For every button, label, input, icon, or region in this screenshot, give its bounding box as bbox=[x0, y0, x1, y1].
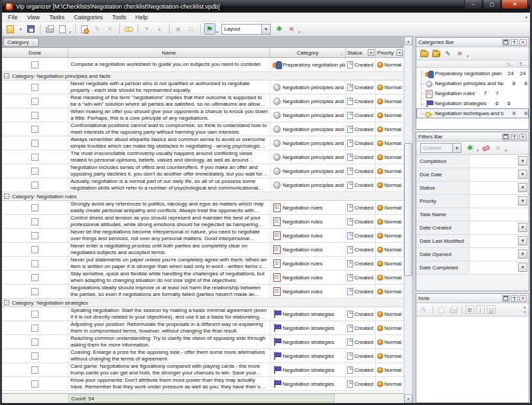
delete-task-icon[interactable]: ✕ bbox=[104, 23, 116, 35]
edit-category-icon[interactable]: ✎ bbox=[443, 49, 453, 59]
category-tree-item[interactable]: Negotiation principles and facts88 bbox=[416, 78, 529, 88]
print-overflow-icon[interactable]: ▾ bbox=[69, 30, 71, 34]
task-row[interactable]: The most irreconcilable controversy usua… bbox=[2, 150, 404, 164]
layout-flag-overflow-icon[interactable]: ▾ bbox=[217, 30, 219, 34]
category-tree-item[interactable]: Preparatory negotiation plan2424 bbox=[416, 68, 529, 78]
panel-pin-icon[interactable] bbox=[511, 134, 518, 140]
minimize-button[interactable]: ─ bbox=[464, 0, 482, 9]
done-checkbox[interactable] bbox=[31, 288, 39, 295]
collapse-group-icon[interactable]: − bbox=[4, 300, 9, 305]
task-row[interactable]: Never let the negotiations become interp… bbox=[2, 229, 404, 243]
task-row[interactable]: Real meaning of the term "negotiations" … bbox=[2, 94, 404, 108]
filters-toolbar-overflow-icon[interactable]: ▾ bbox=[505, 148, 507, 152]
filter-dropdown-icon[interactable]: ▼ bbox=[518, 249, 527, 259]
new-subcategory-icon[interactable]: + bbox=[431, 49, 441, 59]
move-down-icon[interactable]: ▼ bbox=[142, 23, 153, 35]
layout-flag-icon[interactable]: ⚑ bbox=[204, 23, 215, 35]
column-header-category[interactable]: Category△ bbox=[270, 48, 346, 57]
collapse-all-icon[interactable]: ▢ bbox=[186, 23, 197, 35]
task-row[interactable]: Coaxing: Enlarge a prize for the opposin… bbox=[2, 349, 404, 363]
done-checkbox[interactable] bbox=[31, 380, 39, 388]
group-row[interactable]: −Category: Negotiation strategies bbox=[2, 299, 404, 307]
done-checkbox[interactable] bbox=[31, 84, 39, 91]
task-row[interactable]: Negotiation includes series of offers an… bbox=[2, 164, 404, 178]
menu-file[interactable]: File bbox=[3, 13, 23, 21]
filter-value[interactable] bbox=[469, 261, 517, 274]
scroll-down-icon[interactable]: ▼ bbox=[404, 394, 412, 403]
note-editor[interactable] bbox=[416, 317, 529, 402]
collapse-group-icon[interactable]: − bbox=[4, 73, 9, 78]
task-row[interactable]: When making an offer you should give you… bbox=[2, 108, 404, 122]
panel-close-icon[interactable]: ✕ bbox=[519, 39, 527, 46]
done-checkbox[interactable] bbox=[31, 140, 39, 147]
status-filter-dropdown-icon[interactable]: ▼ bbox=[368, 49, 374, 56]
task-row[interactable]: Card game: Negotiations are figuratively… bbox=[2, 363, 404, 377]
italic-icon[interactable]: I bbox=[476, 305, 485, 314]
category-tree-item[interactable]: Negotiation rules77 bbox=[416, 88, 529, 98]
filter-dropdown-icon[interactable]: ▼ bbox=[518, 156, 527, 166]
menu-view[interactable]: View bbox=[23, 13, 45, 21]
done-checkbox[interactable] bbox=[31, 260, 39, 267]
edit-task-icon[interactable]: ✎ bbox=[92, 23, 103, 35]
done-checkbox[interactable] bbox=[31, 311, 39, 318]
delete-layout-icon[interactable]: ✕ bbox=[286, 23, 297, 35]
task-row[interactable]: Strongly avoid any references to politic… bbox=[2, 201, 404, 215]
task-row[interactable]: Always remember about etiquette basics a… bbox=[2, 136, 404, 150]
task-row[interactable]: Never enter a negotiating process until … bbox=[2, 243, 404, 257]
done-checkbox[interactable] bbox=[31, 112, 39, 119]
insert-note-icon[interactable] bbox=[436, 305, 446, 315]
done-checkbox[interactable] bbox=[31, 204, 39, 211]
panel-pin-icon[interactable] bbox=[511, 295, 518, 302]
menu-tools[interactable]: Tools bbox=[107, 13, 130, 21]
group-by-chip-category[interactable]: Category △ bbox=[3, 38, 39, 47]
done-checkbox[interactable] bbox=[31, 232, 39, 239]
done-checkbox[interactable] bbox=[31, 154, 39, 161]
apply-filter-overflow-icon[interactable]: ▾ bbox=[477, 148, 479, 152]
clear-filter-icon[interactable] bbox=[481, 143, 491, 153]
task-row[interactable]: Adjusting your position: Reformulate the… bbox=[2, 321, 404, 335]
apply-filter-icon[interactable]: ✱ bbox=[465, 143, 475, 153]
filter-value[interactable] bbox=[469, 168, 517, 181]
category-tree-item[interactable]: Negotiation strategies66 bbox=[416, 98, 529, 108]
done-checkbox[interactable] bbox=[31, 338, 39, 346]
done-checkbox[interactable] bbox=[31, 182, 39, 189]
done-checkbox[interactable] bbox=[31, 61, 39, 68]
column-header-done[interactable]: Done bbox=[2, 48, 68, 57]
panel-close-icon[interactable]: ✕ bbox=[519, 295, 527, 302]
view-icon[interactable] bbox=[123, 23, 134, 35]
done-checkbox[interactable] bbox=[31, 352, 39, 360]
print-note-icon[interactable] bbox=[448, 305, 458, 315]
done-checkbox[interactable] bbox=[31, 126, 39, 133]
done-checkbox[interactable] bbox=[31, 325, 39, 332]
panel-restore-icon[interactable] bbox=[502, 295, 509, 302]
task-row[interactable]: Stay sensitive, quick and flexible while… bbox=[2, 271, 404, 285]
task-row[interactable]: Never put statements on paper unless you… bbox=[2, 257, 404, 271]
filter-value[interactable] bbox=[469, 221, 517, 234]
save-note-icon[interactable]: ✎ bbox=[419, 305, 429, 315]
delete-filter-icon[interactable]: ✕ bbox=[493, 143, 503, 153]
delete-category-icon[interactable]: ✕ bbox=[455, 49, 465, 59]
panel-pin-icon[interactable] bbox=[511, 39, 518, 46]
maximize-button[interactable]: ▢ bbox=[483, 0, 501, 9]
move-up-icon[interactable]: ▲ bbox=[154, 23, 166, 35]
filter-dropdown-icon[interactable]: ▼ bbox=[518, 263, 527, 272]
scrollbar-thumb[interactable] bbox=[404, 143, 412, 276]
print-preview-icon[interactable] bbox=[57, 23, 68, 35]
layout-combo[interactable]: Layout ▼ bbox=[221, 24, 271, 35]
filter-preset-combo[interactable]: Custom ▼ bbox=[420, 143, 462, 153]
print-icon[interactable] bbox=[44, 23, 55, 35]
column-header-status[interactable]: Status▼ bbox=[346, 48, 376, 57]
menu-tasks[interactable]: Tasks bbox=[45, 13, 69, 21]
filter-value[interactable] bbox=[469, 208, 529, 221]
priority-filter-dropdown-icon[interactable]: ▼ bbox=[396, 49, 403, 56]
new-dropdown-icon[interactable]: ▾ bbox=[17, 23, 24, 35]
task-row[interactable]: Control stress and tension as you should… bbox=[2, 215, 404, 229]
menu-help[interactable]: Help bbox=[130, 13, 152, 21]
filter-value[interactable] bbox=[469, 235, 517, 247]
layout-combo-dropdown-icon[interactable]: ▼ bbox=[261, 25, 270, 34]
filter-preset-dropdown-icon[interactable]: ▼ bbox=[452, 144, 461, 152]
filter-value[interactable] bbox=[469, 248, 517, 261]
column-header-name[interactable]: Name bbox=[68, 48, 270, 57]
new-category-icon[interactable] bbox=[419, 49, 429, 59]
save-icon[interactable] bbox=[25, 23, 37, 35]
